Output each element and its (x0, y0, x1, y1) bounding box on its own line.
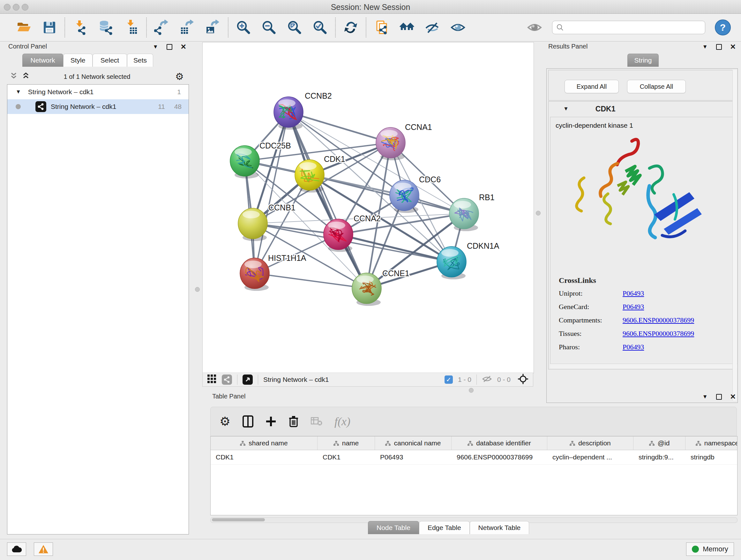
node-CDC6[interactable]: CDC6 (390, 175, 441, 213)
node-CCNE1[interactable]: CCNE1 (352, 269, 409, 306)
zoom-fit-icon[interactable] (286, 19, 302, 36)
tab-network[interactable]: Network (22, 54, 63, 67)
homes-icon[interactable] (399, 19, 415, 36)
tab-network-table[interactable]: Network Table (470, 521, 529, 534)
zoom-out-icon[interactable] (261, 19, 277, 36)
tab-node-table[interactable]: Node Table (368, 521, 419, 534)
table-row[interactable]: CDK1CDK1P064939606.ENSP00000378699cyclin… (211, 450, 737, 464)
panel-collapse-icon[interactable]: ▼ (702, 394, 708, 400)
cloud-button[interactable] (7, 543, 26, 556)
collapse-all-button[interactable]: Collapse All (627, 80, 686, 93)
node-table[interactable]: shared namenamecanonical namedatabase id… (210, 436, 738, 515)
zoom-in-icon[interactable] (235, 19, 252, 36)
open-session-icon[interactable] (16, 19, 32, 36)
crosslink-link[interactable]: 9606.ENSP00000378699 (623, 316, 694, 324)
cell-shared-name[interactable]: CDK1 (211, 450, 318, 464)
tab-select[interactable]: Select (92, 54, 127, 67)
show-all-eye-icon[interactable] (527, 19, 542, 36)
crosslink-link[interactable]: P06493 (623, 343, 644, 351)
node-label-CCNA1: CCNA1 (405, 123, 432, 132)
tab-edge-table[interactable]: Edge Table (419, 521, 470, 534)
duplicate-network-icon[interactable] (374, 19, 389, 36)
node-RB1[interactable]: RB1 (449, 193, 495, 231)
search-input[interactable] (564, 23, 701, 32)
column-header-@id[interactable]: @id (633, 436, 685, 450)
network-selection-status: 1 of 1 Network selected (3, 73, 192, 80)
show-all-icon[interactable] (450, 19, 466, 36)
fit-selected-crosshair-icon[interactable] (518, 374, 529, 386)
cell-database-identifier[interactable]: 9606.ENSP00000378699 (452, 450, 547, 464)
import-database-icon[interactable] (98, 19, 114, 36)
cell-namespace[interactable]: stringdb (685, 450, 738, 464)
import-table-icon[interactable] (123, 19, 139, 36)
results-vertical-scrollbar[interactable] (732, 70, 737, 401)
table-settings-gear-icon[interactable]: ⚙ (219, 415, 230, 428)
network-canvas[interactable]: CCNB2CCNA1CDC25BCDK1CDC6RB1CCNB1CCNA2CDK… (202, 42, 534, 373)
results-horizontal-scrollbar[interactable] (550, 364, 737, 368)
memory-button[interactable]: Memory (686, 543, 734, 556)
search-box[interactable] (552, 21, 705, 34)
cell-@id[interactable]: stringdb:9... (633, 450, 685, 464)
expand-all-button[interactable]: Expand All (564, 80, 619, 93)
tab-string[interactable]: String (627, 54, 659, 67)
export-table-icon[interactable] (179, 19, 195, 36)
panel-collapse-icon[interactable]: ▼ (153, 44, 158, 50)
selected-checkbox-icon[interactable]: ✓ (445, 375, 453, 384)
tab-sets[interactable]: Sets (127, 54, 153, 67)
crosslink-link[interactable]: P06493 (623, 289, 644, 298)
panel-close-icon[interactable]: ✕ (730, 395, 736, 399)
cell-canonical-name[interactable]: P06493 (375, 450, 452, 464)
network-row[interactable]: String Network – cdk1 11 48 (7, 99, 189, 114)
panel-maximize-icon[interactable] (166, 44, 172, 50)
network-view-title: String Network – cdk1 (263, 376, 329, 383)
column-header-shared-name[interactable]: shared name (211, 436, 318, 450)
column-header-namespace[interactable]: namespace (685, 436, 738, 450)
cell-name[interactable]: CDK1 (318, 450, 375, 464)
import-network-icon[interactable] (72, 19, 88, 36)
delete-column-trash-icon[interactable] (288, 415, 299, 428)
crosslink-link[interactable]: P06493 (623, 303, 644, 311)
column-header-canonical-name[interactable]: canonical name (375, 436, 452, 450)
save-session-icon[interactable] (42, 19, 57, 36)
scrollbar-thumb[interactable] (212, 518, 265, 521)
node-CCNA1[interactable]: CCNA1 (376, 123, 432, 160)
network-collection-row[interactable]: ▼ String Network – cdk1 1 (7, 84, 189, 99)
column-header-name[interactable]: name (318, 436, 375, 450)
node-CDKN1A[interactable]: CDKN1A (437, 241, 499, 279)
tab-style[interactable]: Style (63, 54, 92, 67)
warnings-button[interactable] (34, 543, 53, 556)
edge-HIST1H1A-CCNE1[interactable] (255, 273, 367, 288)
right-splitter-handle[interactable] (536, 211, 541, 215)
panel-close-icon[interactable]: ✕ (181, 45, 186, 49)
toolbar-group (65, 19, 146, 36)
column-header-description[interactable]: description (547, 436, 633, 450)
panel-maximize-icon[interactable] (716, 394, 722, 400)
panel-collapse-icon[interactable]: ▼ (702, 44, 708, 50)
panel-close-icon[interactable]: ✕ (730, 45, 736, 49)
add-column-icon[interactable] (266, 416, 276, 427)
panel-maximize-icon[interactable] (716, 44, 722, 50)
left-splitter-handle[interactable] (195, 287, 200, 292)
edge-CCNB2-CCNA1[interactable] (288, 112, 391, 143)
edge-CDK1-RB1[interactable] (310, 175, 464, 213)
help-button[interactable]: ? (715, 19, 731, 36)
open-in-window-icon[interactable] (243, 374, 253, 385)
show-columns-icon[interactable] (243, 415, 253, 428)
zoom-selected-icon[interactable] (312, 19, 328, 36)
export-image-icon[interactable] (205, 19, 221, 36)
crosslink-row: Uniprot:P06493 (559, 289, 694, 298)
tree-expand-icon[interactable]: ▼ (16, 89, 21, 95)
edge-CCNB2-HIST1H1A[interactable] (255, 112, 288, 273)
crosslink-link[interactable]: 9606.ENSP00000378699 (623, 329, 694, 338)
cell-description[interactable]: cyclin–dependent ... (547, 450, 633, 464)
refresh-icon[interactable] (343, 19, 359, 36)
birdseye-grid-icon[interactable] (207, 374, 217, 385)
hide-selected-icon[interactable] (424, 19, 441, 36)
protein-expand-icon[interactable]: ▼ (563, 106, 569, 112)
node-CCNB2[interactable]: CCNB2 (274, 91, 332, 130)
network-overview-icon[interactable] (222, 374, 232, 385)
crosslink-row: Tissues:9606.ENSP00000378699 (559, 329, 694, 338)
node-HIST1H1A[interactable]: HIST1H1A (240, 253, 307, 291)
column-header-database-identifier[interactable]: database identifier (452, 436, 547, 450)
export-network-icon[interactable] (154, 19, 170, 36)
